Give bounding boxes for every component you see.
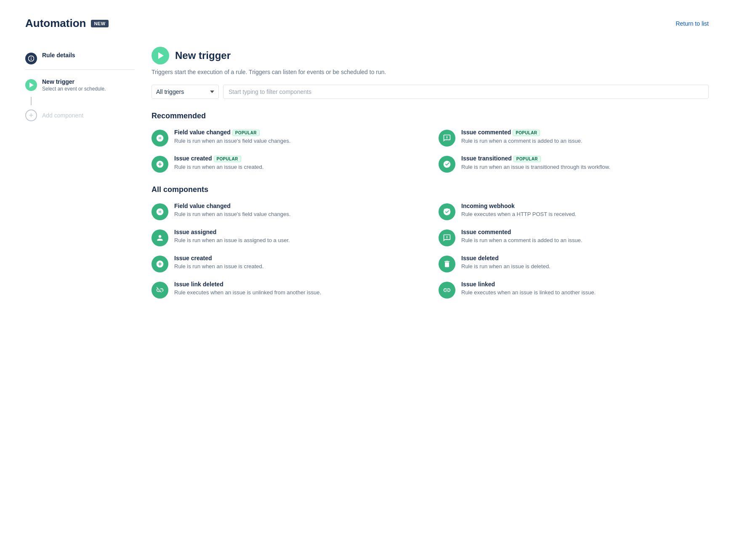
return-to-list-link[interactable]: Return to list [675,20,709,27]
new-trigger-sub: Select an event or schedule. [42,86,106,92]
popular-badge: POPULAR [232,130,260,136]
component-name: Issue linked [461,281,596,288]
component-desc: Rule executes when an issue is linked to… [461,289,596,296]
component-item[interactable]: Issue deleted Rule is run when an issue … [439,255,709,272]
popular-badge: POPULAR [214,156,241,162]
svg-point-7 [446,213,448,215]
popular-badge: POPULAR [513,156,541,162]
all-components-section: All components Field value changed Rule … [152,185,709,299]
main-content: New trigger Triggers start the execution… [152,47,709,311]
issue-linked-icon [439,282,455,299]
issue-assigned-icon [152,229,168,246]
trigger-play-icon-main [152,47,169,64]
svg-rect-1 [31,58,31,60]
add-component-icon: + [25,109,37,121]
component-name: Issue transitionedPOPULAR [461,155,610,162]
component-info: Issue transitionedPOPULAR Rule is run wh… [461,155,610,171]
component-desc: Rule executes when a HTTP POST is receiv… [461,211,576,218]
main-layout: Rule details New trigger Select an event… [25,47,709,311]
component-info: Issue created Rule is run when an issue … [174,255,263,270]
section-title: New trigger [175,50,231,61]
component-info: Field value changed Rule is run when an … [174,203,290,218]
component-desc: Rule is run when an issue is assigned to… [174,237,290,244]
new-badge: NEW [91,20,108,27]
component-item[interactable]: Issue transitionedPOPULAR Rule is run wh… [439,155,709,173]
field-value-icon [152,203,168,220]
sidebar-add-component[interactable]: + Add component [25,105,135,125]
svg-marker-4 [158,52,164,59]
component-desc: Rule is run when an issue is deleted. [461,263,550,270]
popular-badge: POPULAR [513,130,540,136]
recommended-grid: Field value changedPOPULAR Rule is run w… [152,129,709,173]
trigger-play-icon-sidebar [25,79,37,91]
sidebar-item-rule-details[interactable]: Rule details [25,47,135,70]
component-desc: Rule is run when a comment is added to a… [461,137,582,145]
component-name: Issue createdPOPULAR [174,155,263,162]
issue-commented-icon [439,130,455,147]
component-info: Issue deleted Rule is run when an issue … [461,255,550,270]
info-icon [25,53,37,64]
component-name: Issue deleted [461,255,550,261]
component-item[interactable]: Issue commentedPOPULAR Rule is run when … [439,129,709,147]
component-name: Issue link deleted [174,281,321,288]
component-item[interactable]: Issue createdPOPULAR Rule is run when an… [152,155,422,173]
component-desc: Rule executes when an issue is unlinked … [174,289,321,296]
recommended-title: Recommended [152,112,709,120]
rule-details-label: Rule details [42,52,75,59]
component-desc: Rule is run when a comment is added to a… [461,237,582,244]
component-item[interactable]: Issue commented Rule is run when a comme… [439,229,709,246]
header: Automation NEW Return to list [25,17,709,30]
filter-input[interactable] [223,85,709,99]
filter-row: All triggers [152,85,709,99]
all-components-title: All components [152,185,709,194]
svg-point-6 [444,209,446,211]
component-name: Issue commentedPOPULAR [461,129,582,136]
component-info: Issue assigned Rule is run when an issue… [174,229,290,244]
component-name: Issue commented [461,229,582,235]
issue-commented-icon [439,229,455,246]
component-desc: Rule is run when an issue is transitione… [461,163,610,171]
component-item[interactable]: Issue link deleted Rule executes when an… [152,281,422,299]
svg-marker-3 [29,83,34,88]
component-info: Issue commentedPOPULAR Rule is run when … [461,129,582,145]
component-name: Issue assigned [174,229,290,235]
component-info: Issue createdPOPULAR Rule is run when an… [174,155,263,171]
component-info: Field value changedPOPULAR Rule is run w… [174,129,290,145]
component-item[interactable]: Incoming webhook Rule executes when a HT… [439,203,709,220]
webhook-icon [439,203,455,220]
component-item[interactable]: Issue assigned Rule is run when an issue… [152,229,422,246]
new-trigger-label: New trigger [42,78,106,85]
component-name: Field value changed [174,203,290,209]
section-header: New trigger [152,47,709,64]
sidebar-connector [31,97,32,105]
all-components-grid: Field value changed Rule is run when an … [152,203,709,299]
component-desc: Rule is run when an issue is created. [174,263,263,270]
issue-link-deleted-icon [152,282,168,299]
field-value-icon [152,130,168,147]
issue-deleted-icon [439,256,455,272]
sidebar: Rule details New trigger Select an event… [25,47,135,311]
header-left: Automation NEW [25,17,109,30]
app-title: Automation [25,17,86,30]
trigger-filter-select[interactable]: All triggers [152,85,219,99]
svg-point-5 [448,209,450,211]
component-name: Issue created [174,255,263,261]
issue-created-icon [152,256,168,272]
component-item[interactable]: Issue created Rule is run when an issue … [152,255,422,272]
component-info: Incoming webhook Rule executes when a HT… [461,203,576,218]
component-name: Incoming webhook [461,203,576,209]
sidebar-item-new-trigger[interactable]: New trigger Select an event or schedule. [25,73,135,97]
issue-created-icon [152,156,168,173]
svg-point-2 [31,57,32,58]
page-wrapper: Automation NEW Return to list Rule detai… [0,0,734,560]
component-info: Issue linked Rule executes when an issue… [461,281,596,296]
component-info: Issue link deleted Rule executes when an… [174,281,321,296]
rule-details-text: Rule details [42,52,75,59]
component-item[interactable]: Issue linked Rule executes when an issue… [439,281,709,299]
issue-transitioned-icon [439,156,455,173]
component-item[interactable]: Field value changedPOPULAR Rule is run w… [152,129,422,147]
component-info: Issue commented Rule is run when a comme… [461,229,582,244]
component-desc: Rule is run when an issue's field value … [174,137,290,145]
component-item[interactable]: Field value changed Rule is run when an … [152,203,422,220]
new-trigger-text: New trigger Select an event or schedule. [42,78,106,92]
